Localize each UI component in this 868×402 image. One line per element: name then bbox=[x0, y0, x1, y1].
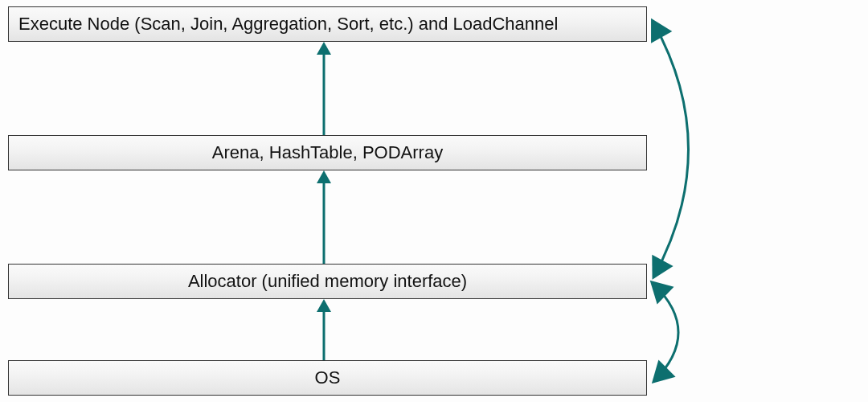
layer-execute-node: Execute Node (Scan, Join, Aggregation, S… bbox=[8, 6, 647, 42]
layer-label: Allocator (unified memory interface) bbox=[188, 271, 467, 292]
layer-label: Execute Node (Scan, Join, Aggregation, S… bbox=[18, 14, 558, 35]
layer-label: OS bbox=[315, 367, 341, 388]
layer-allocator: Allocator (unified memory interface) bbox=[8, 264, 647, 299]
layer-os: OS bbox=[8, 360, 647, 396]
curved-arrow-small-icon bbox=[647, 269, 743, 398]
layer-label: Arena, HashTable, PODArray bbox=[212, 142, 443, 163]
layer-arena-hashtable: Arena, HashTable, PODArray bbox=[8, 135, 647, 170]
curved-arrow-large-icon bbox=[647, 8, 743, 297]
